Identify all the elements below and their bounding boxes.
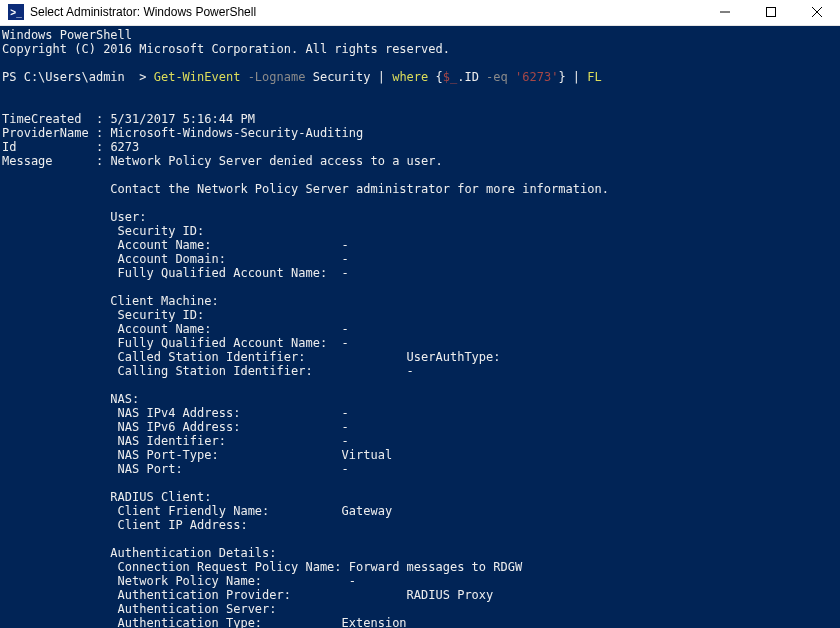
field-id-key: Id : bbox=[2, 140, 103, 154]
maximize-button[interactable] bbox=[748, 0, 794, 25]
window-controls bbox=[702, 0, 840, 25]
msg-line: NAS Identifier: - bbox=[2, 434, 349, 448]
powershell-window: >_ Select Administrator: Windows PowerSh… bbox=[0, 0, 840, 628]
msg-line: RADIUS Client: bbox=[2, 490, 212, 504]
prompt-arg-security: Security | bbox=[305, 70, 384, 84]
msg-line: Connection Request Policy Name: Forward … bbox=[2, 560, 522, 574]
msg-line: Client Machine: bbox=[2, 294, 219, 308]
banner-line-1: Windows PowerShell bbox=[2, 28, 132, 42]
powershell-app-icon: >_ bbox=[8, 4, 24, 20]
msg-line: NAS Port-Type: Virtual bbox=[2, 448, 392, 462]
field-timecreated-key: TimeCreated : bbox=[2, 112, 103, 126]
close-button[interactable] bbox=[794, 0, 840, 25]
field-message-key: Message : bbox=[2, 154, 103, 168]
msg-line: NAS: bbox=[2, 392, 139, 406]
msg-line: NAS IPv4 Address: - bbox=[2, 406, 349, 420]
msg-line: Authentication Server: bbox=[2, 602, 277, 616]
field-timecreated-value: 5/31/2017 5:16:44 PM bbox=[103, 112, 255, 126]
prompt-param-logname: -Logname bbox=[240, 70, 305, 84]
prompt-cmd: Get-WinEvent bbox=[154, 70, 241, 84]
minimize-button[interactable] bbox=[702, 0, 748, 25]
msg-line: Authentication Type: Extension bbox=[2, 616, 407, 628]
msg-line: User: bbox=[2, 210, 147, 224]
field-message-value: Network Policy Server denied access to a… bbox=[103, 154, 443, 168]
msg-line: Authentication Details: bbox=[2, 546, 277, 560]
msg-line: NAS Port: - bbox=[2, 462, 349, 476]
prompt-dollar-underscore: $_ bbox=[443, 70, 457, 84]
field-providername-key: ProviderName : bbox=[2, 126, 103, 140]
prompt-literal-6273: '6273' bbox=[508, 70, 559, 84]
msg-line: Contact the Network Policy Server admini… bbox=[2, 182, 609, 196]
window-title: Select Administrator: Windows PowerShell bbox=[30, 5, 702, 19]
field-providername-value: Microsoft-Windows-Security-Auditing bbox=[103, 126, 363, 140]
msg-line: Client IP Address: bbox=[2, 518, 248, 532]
msg-line: Fully Qualified Account Name: - bbox=[2, 336, 349, 350]
field-id-value: 6273 bbox=[103, 140, 139, 154]
msg-line: Account Name: - bbox=[2, 322, 349, 336]
banner-line-2: Copyright (C) 2016 Microsoft Corporation… bbox=[2, 42, 450, 56]
prompt-prefix: PS C:\Users\admin > bbox=[2, 70, 154, 84]
console-area[interactable]: Windows PowerShell Copyright (C) 2016 Mi… bbox=[0, 26, 840, 628]
msg-line: Client Friendly Name: Gateway bbox=[2, 504, 392, 518]
msg-line: Network Policy Name: - bbox=[2, 574, 356, 588]
msg-line: Account Name: - bbox=[2, 238, 349, 252]
msg-line: Fully Qualified Account Name: - bbox=[2, 266, 349, 280]
msg-line: Authentication Provider: RADIUS Proxy bbox=[2, 588, 493, 602]
msg-line: Calling Station Identifier: - bbox=[2, 364, 414, 378]
prompt-fl: FL bbox=[580, 70, 602, 84]
msg-line: Account Domain: - bbox=[2, 252, 349, 266]
prompt-eq: -eq bbox=[479, 70, 508, 84]
svg-rect-1 bbox=[767, 8, 776, 17]
titlebar[interactable]: >_ Select Administrator: Windows PowerSh… bbox=[0, 0, 840, 26]
prompt-brace-close: } | bbox=[558, 70, 580, 84]
msg-line: Security ID: bbox=[2, 224, 204, 238]
prompt-brace-open: { bbox=[428, 70, 442, 84]
prompt-id: .ID bbox=[457, 70, 479, 84]
msg-line: NAS IPv6 Address: - bbox=[2, 420, 349, 434]
msg-line: Security ID: bbox=[2, 308, 204, 322]
msg-line: Called Station Identifier: UserAuthType: bbox=[2, 350, 501, 364]
prompt-where: where bbox=[385, 70, 428, 84]
